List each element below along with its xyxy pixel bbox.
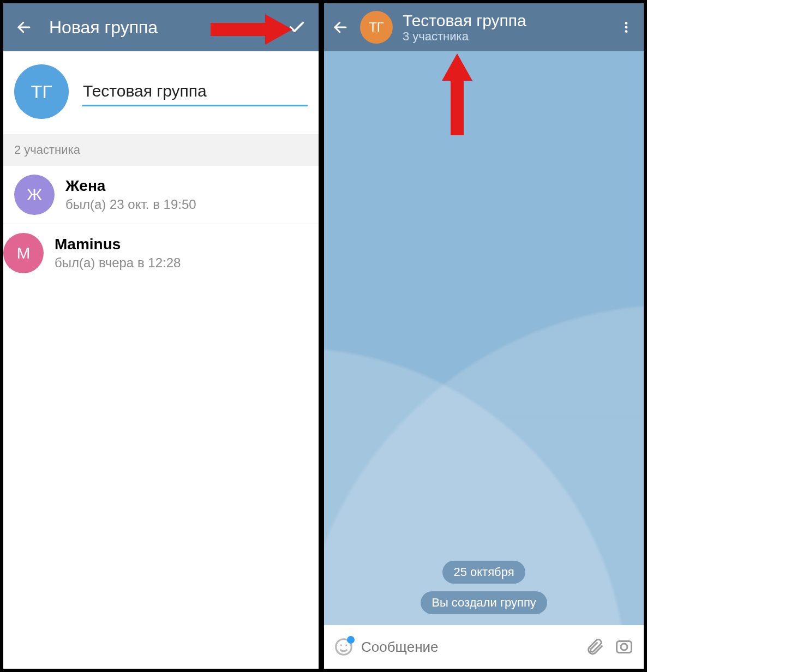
svg-point-6 <box>625 30 628 33</box>
system-message: Вы создали группу <box>421 591 547 614</box>
group-avatar[interactable]: ТГ <box>14 64 69 119</box>
svg-point-8 <box>340 644 342 646</box>
arrow-left-icon <box>16 19 32 35</box>
member-status: был(а) 23 окт. в 19:50 <box>65 197 196 212</box>
camera-button[interactable] <box>612 635 636 659</box>
group-edit-row: ТГ <box>3 51 319 134</box>
chat-title: Тестовая группа <box>403 11 615 29</box>
annotation-arrow-right-icon <box>211 14 292 45</box>
svg-marker-12 <box>442 53 472 81</box>
svg-marker-2 <box>265 14 292 45</box>
member-avatar: М <box>3 233 44 273</box>
member-name: Maminus <box>55 236 181 253</box>
chat-subtitle: 3 участника <box>403 29 615 44</box>
emoji-button[interactable] <box>332 635 356 659</box>
member-row[interactable]: М Maminus был(а) вчера в 12:28 <box>3 224 319 282</box>
members-count-header: 2 участника <box>3 134 319 166</box>
svg-point-4 <box>625 22 628 25</box>
more-vertical-icon <box>619 20 633 34</box>
chat-area: 25 октября Вы создали группу <box>324 51 644 625</box>
svg-rect-13 <box>451 81 464 135</box>
svg-point-11 <box>621 644 627 650</box>
camera-icon <box>614 637 634 657</box>
back-button[interactable] <box>14 17 34 37</box>
annotation-arrow-up-icon <box>442 53 472 135</box>
group-name-input[interactable] <box>82 77 308 106</box>
member-name: Жена <box>65 177 196 195</box>
member-avatar: Ж <box>14 175 55 215</box>
svg-point-9 <box>345 644 347 646</box>
member-status: был(а) вчера в 12:28 <box>55 255 181 271</box>
notification-dot-icon <box>347 636 355 644</box>
message-input-bar <box>324 625 644 669</box>
message-input[interactable] <box>361 639 577 656</box>
chat-avatar-initials: ТГ <box>369 20 384 35</box>
back-button[interactable] <box>331 17 350 37</box>
attach-button[interactable] <box>583 635 607 659</box>
chat-header-titles[interactable]: Тестовая группа 3 участника <box>403 11 615 44</box>
date-pill: 25 октября <box>442 561 525 584</box>
right-topbar: ТГ Тестовая группа 3 участника <box>324 3 644 51</box>
members-list: Ж Жена был(а) 23 окт. в 19:50 М Maminus … <box>3 166 319 282</box>
svg-rect-1 <box>211 23 265 36</box>
member-row[interactable]: Ж Жена был(а) 23 окт. в 19:50 <box>3 166 319 224</box>
svg-point-5 <box>625 26 628 29</box>
chat-avatar[interactable]: ТГ <box>360 11 393 44</box>
paperclip-icon <box>585 637 604 657</box>
arrow-left-icon <box>332 19 349 35</box>
more-button[interactable] <box>615 16 637 38</box>
group-avatar-initials: ТГ <box>31 81 52 103</box>
